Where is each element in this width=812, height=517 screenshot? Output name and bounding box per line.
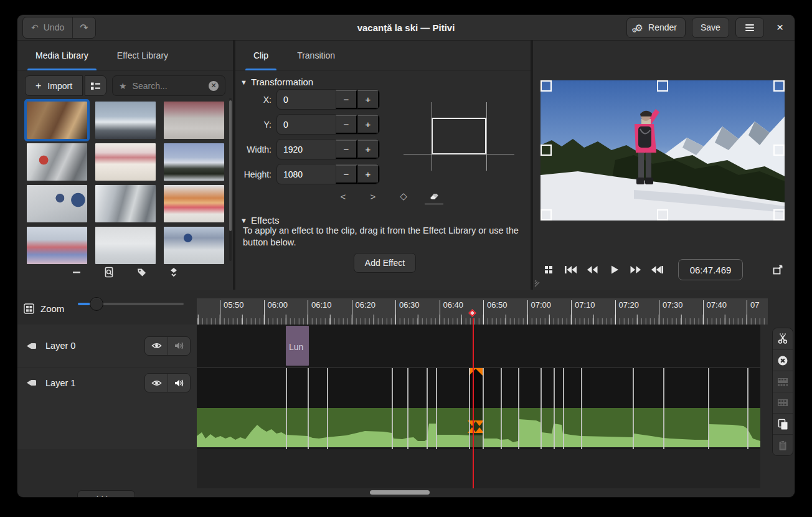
transformation-expander[interactable]: ▼ Transformation: [240, 77, 313, 87]
search-input[interactable]: ★ Search... ✕: [112, 75, 225, 96]
media-thumbnail-slope-orange-fence[interactable]: [164, 185, 224, 222]
clip-boundary[interactable]: [407, 368, 408, 449]
y-decrement-button[interactable]: −: [336, 115, 357, 134]
layer0-track[interactable]: Lun: [197, 325, 760, 367]
media-thumbnail-mountain-panorama[interactable]: [95, 102, 156, 139]
add-effect-button[interactable]: Add Effect: [354, 253, 416, 273]
menu-button[interactable]: [735, 17, 764, 38]
tab-transition[interactable]: Transition: [285, 40, 347, 70]
group-button[interactable]: [773, 392, 793, 413]
height-increment-button[interactable]: +: [357, 164, 379, 184]
layer0-clip[interactable]: Lun: [286, 326, 309, 366]
clip-boundary[interactable]: [708, 368, 709, 449]
media-thumbnail-ski-lift-slope[interactable]: [95, 227, 156, 264]
zoom-fit-icon[interactable]: [24, 303, 34, 314]
clip-boundary[interactable]: [501, 368, 502, 449]
effects-expander[interactable]: ▼ Effects: [240, 215, 279, 225]
playback-dock-button[interactable]: [541, 260, 557, 279]
layer1-mute-button[interactable]: [168, 374, 190, 392]
forward-button[interactable]: [628, 260, 644, 279]
clip-boundary[interactable]: [469, 368, 470, 449]
undo-button[interactable]: ↶ Undo: [23, 17, 72, 38]
split-clip-button[interactable]: [773, 328, 793, 349]
transform-handle-bottom-right[interactable]: [773, 209, 785, 221]
x-value[interactable]: 0: [277, 90, 336, 109]
layer0-controls[interactable]: Layer 0: [17, 325, 197, 367]
clip-boundary[interactable]: [427, 368, 428, 449]
remove-clip-button[interactable]: [68, 264, 85, 280]
go-to-start-button[interactable]: [562, 260, 578, 279]
media-thumbnail-ski-course-arches[interactable]: [27, 227, 87, 264]
paste-button[interactable]: [773, 434, 793, 455]
close-button[interactable]: ×: [770, 21, 790, 34]
y-value[interactable]: 0: [277, 115, 336, 134]
media-thumbnail-ice-formation[interactable]: [95, 185, 156, 222]
y-increment-button[interactable]: +: [357, 115, 379, 134]
layer0-mute-button[interactable]: [168, 337, 190, 355]
clear-search-icon[interactable]: ✕: [209, 81, 219, 91]
media-thumbnail-indoor-room-sleds[interactable]: [164, 102, 224, 139]
clip-boundary[interactable]: [392, 368, 393, 449]
go-to-end-button[interactable]: [649, 260, 666, 279]
list-view-toggle-button[interactable]: [85, 75, 106, 96]
copy-button[interactable]: [773, 413, 793, 434]
redo-button[interactable]: ↷: [72, 17, 95, 38]
tab-media-library[interactable]: Media Library: [24, 40, 100, 70]
clip-boundary[interactable]: [518, 368, 519, 449]
transformation-box-widget[interactable]: [404, 96, 514, 175]
clip-boundary[interactable]: [541, 368, 542, 449]
undock-viewer-button[interactable]: [768, 260, 787, 279]
timeline-horizontal-scrollbar[interactable]: [370, 490, 430, 495]
width-decrement-button[interactable]: −: [336, 140, 357, 159]
media-thumbnail-child-red-snow[interactable]: [27, 143, 87, 181]
width-increment-button[interactable]: +: [357, 140, 379, 159]
reset-defaults-button[interactable]: [425, 188, 443, 204]
layer1-controls[interactable]: Layer 1: [17, 368, 197, 449]
x-increment-button[interactable]: +: [357, 90, 379, 109]
media-thumbnail-mountain-vista-trees[interactable]: [164, 143, 224, 181]
width-value[interactable]: 1920: [277, 140, 336, 159]
tab-clip[interactable]: Clip: [242, 40, 280, 70]
import-button[interactable]: + Import: [25, 75, 83, 96]
transform-handle-top-right[interactable]: [773, 80, 785, 92]
ungroup-button[interactable]: [773, 371, 793, 392]
transform-handle-top-center[interactable]: [657, 80, 668, 92]
clip-properties-button[interactable]: [101, 264, 117, 280]
clip-boundary[interactable]: [554, 368, 555, 449]
empty-track-area[interactable]: [197, 449, 760, 488]
media-scrollbar[interactable]: [229, 98, 232, 261]
transform-handle-mid-right[interactable]: [773, 145, 785, 156]
clip-boundary[interactable]: [563, 368, 564, 449]
rewind-button[interactable]: [584, 260, 600, 279]
play-button[interactable]: [606, 260, 622, 279]
zoom-slider-handle[interactable]: [90, 297, 103, 311]
x-decrement-button[interactable]: −: [336, 90, 357, 109]
zoom-slider[interactable]: [78, 297, 184, 311]
trim-handle-right[interactable]: [475, 368, 483, 376]
next-keyframe-button[interactable]: >: [364, 188, 382, 204]
tag-button[interactable]: [133, 264, 149, 280]
save-button[interactable]: Save: [692, 17, 729, 38]
height-decrement-button[interactable]: −: [336, 164, 357, 184]
clip-boundary[interactable]: [308, 368, 309, 449]
clip-boundary[interactable]: [581, 368, 582, 449]
clip-boundary[interactable]: [327, 368, 328, 449]
layer1-track[interactable]: [197, 368, 760, 449]
selected-clip[interactable]: [469, 368, 483, 449]
prev-keyframe-button[interactable]: <: [334, 188, 352, 204]
add-layer-button[interactable]: Add layer: [77, 490, 135, 497]
render-button[interactable]: ⚙⚙ Render: [626, 17, 686, 38]
height-value[interactable]: 1080: [277, 164, 336, 184]
media-thumbnail-indoor-restaurant-child[interactable]: [27, 102, 87, 139]
clip-boundary[interactable]: [633, 368, 634, 449]
clip-boundary[interactable]: [747, 368, 748, 449]
clip-boundary[interactable]: [483, 368, 484, 449]
timecode-entry[interactable]: 06:47.469: [678, 259, 743, 280]
video-preview[interactable]: [541, 80, 785, 221]
layer1-visibility-button[interactable]: [145, 374, 168, 392]
media-thumbnail-sledding-people[interactable]: [27, 185, 87, 222]
tab-effect-library[interactable]: Effect Library: [105, 40, 180, 70]
media-thumbnail-skiers-group[interactable]: [164, 227, 224, 264]
insert-end-button[interactable]: [166, 264, 182, 280]
transformation-rect[interactable]: [432, 118, 486, 154]
